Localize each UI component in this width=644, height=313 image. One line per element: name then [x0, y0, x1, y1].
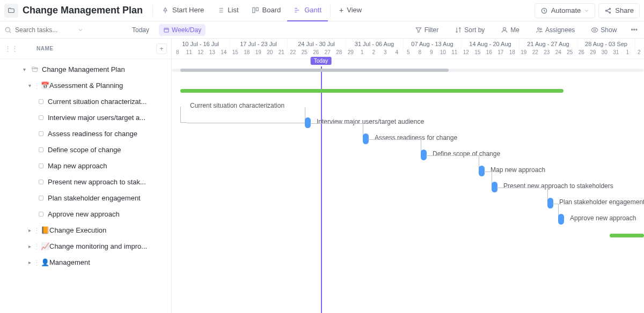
gantt-day: 15 [472, 49, 484, 59]
share-button[interactable]: Share [598, 3, 640, 18]
automate-label: Automate [551, 6, 581, 14]
search-input[interactable] [15, 26, 74, 34]
task-row[interactable]: Current situation characterizat... [0, 93, 171, 109]
gantt-day: 31 [610, 49, 622, 59]
gantt-day: 20 [264, 49, 276, 59]
today-label: Today [132, 26, 149, 34]
search-wrap[interactable] [4, 26, 96, 34]
tab-label: Start Here [172, 6, 204, 14]
tab-board[interactable]: Board [245, 0, 288, 21]
gantt-day: 9 [426, 49, 437, 59]
task-row[interactable]: Present new approach to stak... [0, 174, 171, 190]
gantt-day: 13 [207, 49, 218, 59]
collapse-icon[interactable]: ▾ [20, 66, 28, 72]
board-icon [252, 6, 259, 14]
tab-list[interactable]: List [210, 0, 245, 21]
status-box[interactable] [39, 99, 43, 104]
drag-handle-icon[interactable]: ⋮⋮ [33, 242, 39, 250]
tab-gantt[interactable]: Gantt [287, 0, 328, 21]
task-bar[interactable] [558, 214, 564, 225]
page-title[interactable]: Change Management Plan [23, 5, 143, 16]
group-bar[interactable] [610, 234, 644, 237]
show-button[interactable]: Show [587, 24, 621, 36]
calendar-icon [163, 27, 170, 33]
people-icon [536, 26, 543, 34]
drag-handle-icon[interactable]: ⋮⋮ [33, 81, 39, 90]
search-icon [4, 26, 12, 34]
tab-label: List [228, 6, 238, 14]
task-row[interactable]: Interview major users/target a... [0, 109, 171, 125]
tree-group[interactable]: ▾ ⋮⋮ 📅Assessment & Planning [0, 77, 171, 93]
gantt-day: 17 [495, 49, 507, 59]
group-label: 👤Management [41, 258, 90, 266]
gantt-day: 30 [599, 49, 611, 59]
more-button[interactable]: ••• [628, 26, 640, 34]
divider [152, 5, 153, 17]
expand-icon[interactable]: ▸ [26, 259, 33, 265]
bar-label: Approve new approach [570, 214, 636, 222]
tab-add-view[interactable]: + View [333, 0, 368, 21]
tab-start-here[interactable]: Start Here [155, 0, 210, 21]
gantt-day: 11 [449, 49, 460, 59]
status-box[interactable] [39, 115, 43, 120]
status-box[interactable] [39, 163, 43, 168]
folder-button[interactable] [4, 4, 18, 18]
week-day-toggle[interactable]: Week/Day [159, 24, 206, 36]
drag-handle-icon[interactable]: ⋮⋮ [33, 226, 39, 234]
task-row[interactable]: Define scope of change [0, 141, 171, 158]
today-badge: Today [311, 57, 332, 65]
column-name: NAME [36, 46, 53, 51]
assignees-label: Assignees [545, 26, 575, 34]
gantt-day: 15 [230, 49, 241, 59]
svg-point-8 [503, 27, 506, 30]
chevron-down-icon[interactable] [77, 27, 84, 33]
gantt-day: 24 [553, 49, 565, 59]
tree-group[interactable]: ▸ ⋮⋮ 👤Management [0, 254, 171, 270]
share-label: Share [615, 6, 634, 14]
divider [330, 5, 331, 17]
svg-point-6 [5, 27, 10, 32]
gantt-week: 14 Aug - 20 Aug [462, 39, 519, 49]
task-row[interactable]: Plan stakeholder engagement [0, 190, 171, 206]
sort-label: Sort by [464, 26, 485, 34]
tree-root[interactable]: ▾ Change Management Plan [0, 61, 171, 77]
status-box[interactable] [39, 180, 43, 184]
task-row[interactable]: Assess readiness for change [0, 125, 171, 141]
tree-group[interactable]: ▸ ⋮⋮ 📙Change Execution [0, 222, 171, 238]
drag-handle-icon[interactable]: ⋮⋮ [4, 44, 18, 53]
group-label: 📙Change Execution [41, 226, 106, 234]
task-row[interactable]: Approve new approach [0, 206, 171, 222]
add-column-button[interactable]: + [156, 43, 167, 54]
me-button[interactable]: Me [496, 24, 524, 36]
week-day-label: Week/Day [172, 26, 201, 34]
today-button[interactable]: Today [128, 24, 153, 36]
gantt-day: 26 [576, 49, 588, 59]
filter-button[interactable]: Filter [411, 24, 443, 36]
status-box[interactable] [39, 131, 43, 136]
status-box[interactable] [39, 212, 43, 217]
expand-icon[interactable]: ▸ [26, 243, 33, 249]
task-label: Current situation characterizat... [48, 98, 147, 106]
sort-button[interactable]: Sort by [450, 24, 489, 36]
tree-group[interactable]: ▸ ⋮⋮ 📈Change monitoring and impro... [0, 238, 171, 254]
plus-icon: + [339, 6, 343, 14]
gantt-day: 21 [276, 49, 288, 59]
gantt-day: 28 [333, 49, 345, 59]
gantt-week: 21 Aug - 27 Aug [519, 39, 577, 49]
automate-button[interactable]: Automate [535, 3, 596, 18]
assignees-button[interactable]: Assignees [531, 24, 579, 36]
expand-icon[interactable]: ▸ [26, 227, 33, 233]
collapse-icon[interactable]: ▾ [26, 83, 33, 88]
sort-icon [455, 26, 462, 34]
bar-label: Map new approach [491, 166, 545, 174]
gantt-day: 23 [541, 49, 553, 59]
gantt-day: 2 [368, 49, 380, 59]
status-box[interactable] [39, 196, 43, 200]
bar-label: Plan stakeholder engagement [559, 198, 644, 206]
tree-root-label: Change Management Plan [42, 65, 125, 73]
group-label: 📈Change monitoring and impro... [41, 242, 147, 250]
status-box[interactable] [39, 147, 43, 152]
group-bar[interactable] [180, 89, 564, 93]
task-row[interactable]: Map new approach [0, 158, 171, 174]
drag-handle-icon[interactable]: ⋮⋮ [33, 258, 39, 266]
